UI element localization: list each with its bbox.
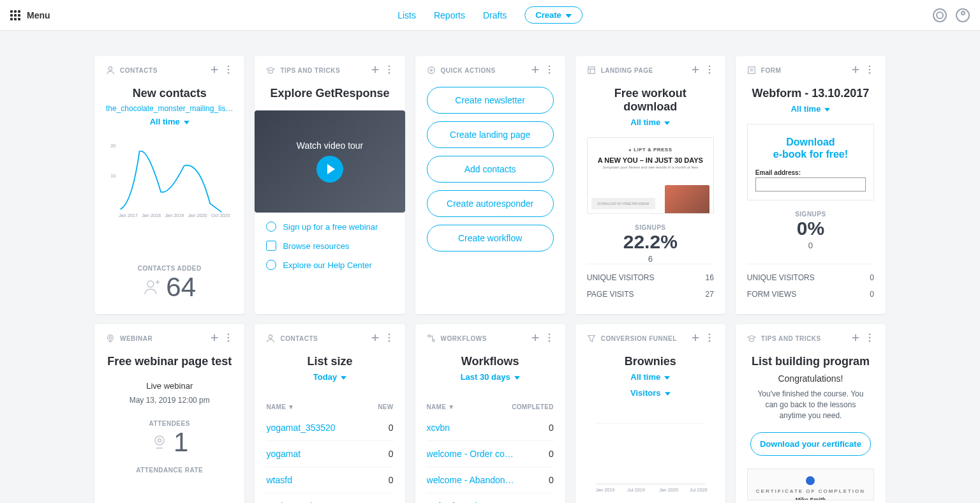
landing-signups-pct: 22.2% xyxy=(587,231,714,253)
chevron-down-icon xyxy=(514,372,520,382)
table-row: workouttank0 xyxy=(266,493,393,503)
play-icon xyxy=(316,156,343,183)
form-signups-num: 0 xyxy=(747,241,874,250)
table-row: welcome - Abandon…0 xyxy=(427,467,554,493)
row-name-link[interactable]: xcvbn xyxy=(427,423,450,433)
landing-preview[interactable]: ⬧ LIFT & PRESS A NEW YOU – IN JUST 30 DA… xyxy=(587,137,714,214)
col-name-sort[interactable]: NAME ▼ xyxy=(266,403,294,410)
svg-point-1 xyxy=(228,65,230,67)
svg-point-0 xyxy=(108,67,112,70)
add-icon[interactable] xyxy=(691,333,700,343)
row-name-link[interactable]: wtasfd xyxy=(266,475,292,485)
card-conversion-funnel: CONVERSION FUNNEL Brownies All time Visi… xyxy=(575,324,725,503)
contacts-filter[interactable]: All time xyxy=(106,117,233,126)
more-icon[interactable] xyxy=(865,333,874,343)
table-row: welcome - Order co…0 xyxy=(427,441,554,467)
workflow-icon xyxy=(427,334,436,343)
card-header-label: QUICK ACTIONS xyxy=(441,67,496,74)
row-value: 0 xyxy=(549,449,554,459)
col-name-sort[interactable]: NAME ▼ xyxy=(427,403,455,410)
create-button[interactable]: Create xyxy=(524,6,582,24)
svg-point-45 xyxy=(709,340,711,342)
nav-drafts[interactable]: Drafts xyxy=(483,10,507,20)
more-icon[interactable] xyxy=(705,65,714,75)
svg-point-17 xyxy=(548,69,550,71)
row-name-link[interactable]: welcome - Order co… xyxy=(427,449,514,459)
create-workflow-button[interactable]: Create workflow xyxy=(427,225,554,252)
nav-lists[interactable]: Lists xyxy=(397,10,416,20)
add-icon[interactable] xyxy=(210,333,219,343)
row-name-link[interactable]: yogamat xyxy=(266,449,301,459)
add-icon[interactable] xyxy=(371,65,380,75)
add-icon[interactable] xyxy=(531,333,540,343)
menu-button[interactable]: Menu xyxy=(10,10,50,20)
card-list-size: CONTACTS List size Today NAME ▼ NEW yoga… xyxy=(255,324,405,503)
help-icon xyxy=(266,260,276,270)
link-browse-resources[interactable]: Browse resources xyxy=(266,241,393,251)
add-icon[interactable] xyxy=(210,65,219,75)
svg-point-37 xyxy=(388,340,390,342)
card-list-building: TIPS AND TRICKS List building program Co… xyxy=(736,324,886,503)
account-icon[interactable] xyxy=(956,8,970,22)
card-header-label: TIPS AND TRICKS xyxy=(761,335,821,342)
congrats-text: Congratulations! xyxy=(747,373,874,384)
webinar-date: May 13, 2019 12:00 pm xyxy=(106,396,233,405)
more-icon[interactable] xyxy=(545,65,554,75)
workflows-filter[interactable]: Last 30 days xyxy=(427,372,554,382)
card-header-label: FORM xyxy=(761,67,781,74)
funnel-filter-time[interactable]: All time xyxy=(587,372,714,382)
add-contacts-button[interactable]: Add contacts xyxy=(427,156,554,183)
nav-reports[interactable]: Reports xyxy=(434,10,465,20)
notifications-icon[interactable] xyxy=(933,8,947,22)
svg-text:Jan 2020: Jan 2020 xyxy=(188,213,207,218)
add-icon[interactable] xyxy=(371,333,380,343)
more-icon[interactable] xyxy=(865,65,874,75)
more-icon[interactable] xyxy=(385,65,394,75)
video-preview[interactable]: Watch video tour xyxy=(255,110,405,213)
svg-point-33 xyxy=(158,439,161,442)
landing-preview-image xyxy=(665,185,709,213)
form-icon xyxy=(747,66,756,75)
funnel-filter-metric[interactable]: Visitors xyxy=(587,388,714,398)
add-icon[interactable] xyxy=(851,333,860,343)
create-autoresponder-button[interactable]: Create autoresponder xyxy=(427,190,554,217)
svg-text:Oct 2020: Oct 2020 xyxy=(211,213,230,218)
svg-text:Jul 2019: Jul 2019 xyxy=(627,487,644,493)
svg-text:Jan 2019: Jan 2019 xyxy=(595,487,614,493)
more-icon[interactable] xyxy=(385,333,394,343)
listsize-filter[interactable]: Today xyxy=(266,372,393,382)
download-certificate-button[interactable]: Download your certificate xyxy=(750,432,871,456)
add-icon[interactable] xyxy=(531,65,540,75)
svg-point-31 xyxy=(228,340,230,342)
table-row: wefwef - Order com…0 xyxy=(427,493,554,503)
add-icon[interactable] xyxy=(691,65,700,75)
link-help-center[interactable]: Explore our Help Center xyxy=(266,260,393,270)
card-title: Free workout download xyxy=(587,87,714,114)
row-name-link[interactable]: yogamat_353520 xyxy=(266,423,335,433)
form-preview[interactable]: Downloade-book for free! Email address: xyxy=(747,124,874,200)
card-title: New contacts xyxy=(106,87,233,100)
landing-filter[interactable]: All time xyxy=(587,117,714,127)
contacts-list-link[interactable]: the_chocolate_monster_mailing_lis… xyxy=(106,104,233,113)
more-icon[interactable] xyxy=(705,333,714,343)
webinar-type: Live webinar xyxy=(106,381,233,391)
bulb-icon xyxy=(266,221,276,232)
chevron-down-icon xyxy=(664,117,670,127)
add-icon[interactable] xyxy=(851,65,860,75)
card-header-label: CONVERSION FUNNEL xyxy=(601,335,677,342)
svg-point-27 xyxy=(108,335,114,341)
header-right xyxy=(933,8,970,22)
more-icon[interactable] xyxy=(224,333,233,343)
create-newsletter-button[interactable]: Create newsletter xyxy=(427,87,554,114)
row-value: 0 xyxy=(549,423,554,433)
card-header-label: WORKFLOWS xyxy=(441,335,487,342)
card-quick-actions: QUICK ACTIONS Create newsletter Create l… xyxy=(415,56,565,314)
svg-point-21 xyxy=(709,69,711,71)
create-landing-page-button[interactable]: Create landing page xyxy=(427,121,554,148)
row-name-link[interactable]: welcome - Abandon… xyxy=(427,475,514,485)
more-icon[interactable] xyxy=(224,65,233,75)
svg-text:Jul 2020: Jul 2020 xyxy=(690,487,707,493)
link-free-webinar[interactable]: Sign up for a free webinar xyxy=(266,221,393,232)
more-icon[interactable] xyxy=(545,333,554,343)
form-filter[interactable]: All time xyxy=(747,104,874,114)
